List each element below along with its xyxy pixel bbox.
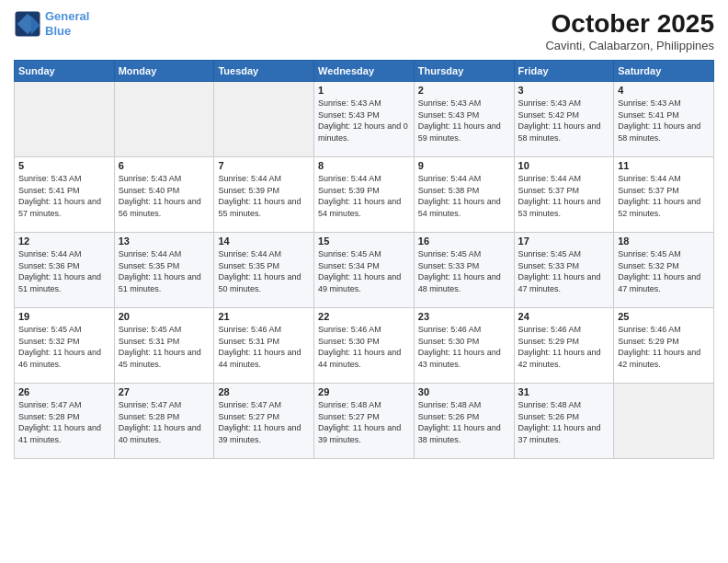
calendar-header: Sunday Monday Tuesday Wednesday Thursday…	[15, 61, 714, 82]
calendar-body: 1Sunrise: 5:43 AMSunset: 5:43 PMDaylight…	[15, 82, 714, 459]
calendar-cell: 2Sunrise: 5:43 AMSunset: 5:43 PMDaylight…	[414, 82, 514, 157]
cell-info: Sunrise: 5:44 AMSunset: 5:37 PMDaylight:…	[618, 173, 710, 219]
calendar-cell: 26Sunrise: 5:47 AMSunset: 5:28 PMDayligh…	[15, 384, 115, 459]
cell-info: Sunrise: 5:45 AMSunset: 5:33 PMDaylight:…	[518, 248, 610, 294]
calendar-cell: 11Sunrise: 5:44 AMSunset: 5:37 PMDayligh…	[614, 157, 714, 233]
day-number: 30	[418, 386, 510, 397]
month-title: October 2025	[545, 9, 714, 39]
calendar-cell: 28Sunrise: 5:47 AMSunset: 5:27 PMDayligh…	[214, 384, 314, 459]
day-number: 14	[218, 236, 310, 247]
calendar-cell: 6Sunrise: 5:43 AMSunset: 5:40 PMDaylight…	[114, 157, 214, 233]
header-row: Sunday Monday Tuesday Wednesday Thursday…	[15, 61, 714, 82]
cell-info: Sunrise: 5:46 AMSunset: 5:29 PMDaylight:…	[618, 324, 710, 370]
calendar-cell: 20Sunrise: 5:45 AMSunset: 5:31 PMDayligh…	[114, 308, 214, 384]
calendar-week-4: 26Sunrise: 5:47 AMSunset: 5:28 PMDayligh…	[15, 384, 714, 459]
header-thursday: Thursday	[414, 61, 514, 82]
day-number: 29	[318, 386, 410, 397]
calendar-cell: 24Sunrise: 5:46 AMSunset: 5:29 PMDayligh…	[514, 308, 614, 384]
calendar-cell: 18Sunrise: 5:45 AMSunset: 5:32 PMDayligh…	[614, 233, 714, 308]
header-sunday: Sunday	[15, 61, 115, 82]
calendar-cell: 1Sunrise: 5:43 AMSunset: 5:43 PMDaylight…	[314, 82, 415, 157]
calendar-cell: 31Sunrise: 5:48 AMSunset: 5:26 PMDayligh…	[514, 384, 614, 459]
calendar-cell: 16Sunrise: 5:45 AMSunset: 5:33 PMDayligh…	[414, 233, 514, 308]
day-number: 16	[418, 236, 510, 247]
day-number: 28	[218, 386, 310, 397]
day-number: 10	[518, 160, 610, 171]
day-number: 26	[18, 386, 110, 397]
day-number: 13	[119, 236, 210, 247]
cell-info: Sunrise: 5:43 AMSunset: 5:41 PMDaylight:…	[18, 173, 110, 219]
calendar-cell: 27Sunrise: 5:47 AMSunset: 5:28 PMDayligh…	[114, 384, 214, 459]
cell-info: Sunrise: 5:43 AMSunset: 5:42 PMDaylight:…	[518, 98, 610, 144]
day-number: 22	[318, 311, 410, 322]
logo-text: General Blue	[45, 9, 89, 38]
day-number: 6	[119, 160, 210, 171]
day-number: 18	[618, 236, 710, 247]
calendar-cell: 4Sunrise: 5:43 AMSunset: 5:41 PMDaylight…	[614, 82, 714, 157]
cell-info: Sunrise: 5:47 AMSunset: 5:28 PMDaylight:…	[119, 399, 210, 445]
calendar-week-2: 12Sunrise: 5:44 AMSunset: 5:36 PMDayligh…	[15, 233, 714, 308]
calendar-week-3: 19Sunrise: 5:45 AMSunset: 5:32 PMDayligh…	[15, 308, 714, 384]
logo: General Blue	[14, 9, 89, 38]
cell-info: Sunrise: 5:47 AMSunset: 5:28 PMDaylight:…	[18, 399, 110, 445]
header-saturday: Saturday	[614, 61, 714, 82]
calendar-cell: 29Sunrise: 5:48 AMSunset: 5:27 PMDayligh…	[314, 384, 415, 459]
calendar-cell	[15, 82, 115, 157]
calendar-cell: 10Sunrise: 5:44 AMSunset: 5:37 PMDayligh…	[514, 157, 614, 233]
cell-info: Sunrise: 5:43 AMSunset: 5:43 PMDaylight:…	[418, 98, 510, 144]
calendar-week-0: 1Sunrise: 5:43 AMSunset: 5:43 PMDaylight…	[15, 82, 714, 157]
cell-info: Sunrise: 5:44 AMSunset: 5:36 PMDaylight:…	[18, 248, 110, 294]
header-friday: Friday	[514, 61, 614, 82]
calendar-cell: 22Sunrise: 5:46 AMSunset: 5:30 PMDayligh…	[314, 308, 415, 384]
cell-info: Sunrise: 5:46 AMSunset: 5:29 PMDaylight:…	[518, 324, 610, 370]
cell-info: Sunrise: 5:48 AMSunset: 5:27 PMDaylight:…	[318, 399, 410, 445]
calendar-cell: 13Sunrise: 5:44 AMSunset: 5:35 PMDayligh…	[114, 233, 214, 308]
calendar-cell: 7Sunrise: 5:44 AMSunset: 5:39 PMDaylight…	[214, 157, 314, 233]
cell-info: Sunrise: 5:45 AMSunset: 5:31 PMDaylight:…	[119, 324, 210, 370]
day-number: 5	[18, 160, 110, 171]
day-number: 3	[518, 85, 610, 96]
day-number: 20	[119, 311, 210, 322]
header-tuesday: Tuesday	[214, 61, 314, 82]
calendar-cell	[114, 82, 214, 157]
cell-info: Sunrise: 5:44 AMSunset: 5:38 PMDaylight:…	[418, 173, 510, 219]
calendar-cell: 25Sunrise: 5:46 AMSunset: 5:29 PMDayligh…	[614, 308, 714, 384]
day-number: 23	[418, 311, 510, 322]
header-monday: Monday	[114, 61, 214, 82]
cell-info: Sunrise: 5:43 AMSunset: 5:40 PMDaylight:…	[119, 173, 210, 219]
day-number: 7	[218, 160, 310, 171]
cell-info: Sunrise: 5:45 AMSunset: 5:34 PMDaylight:…	[318, 248, 410, 294]
calendar-cell: 15Sunrise: 5:45 AMSunset: 5:34 PMDayligh…	[314, 233, 415, 308]
calendar-cell: 9Sunrise: 5:44 AMSunset: 5:38 PMDaylight…	[414, 157, 514, 233]
calendar-week-1: 5Sunrise: 5:43 AMSunset: 5:41 PMDaylight…	[15, 157, 714, 233]
day-number: 24	[518, 311, 610, 322]
cell-info: Sunrise: 5:48 AMSunset: 5:26 PMDaylight:…	[418, 399, 510, 445]
calendar-cell: 8Sunrise: 5:44 AMSunset: 5:39 PMDaylight…	[314, 157, 415, 233]
day-number: 8	[318, 160, 410, 171]
calendar-table: Sunday Monday Tuesday Wednesday Thursday…	[14, 60, 714, 459]
calendar-cell: 12Sunrise: 5:44 AMSunset: 5:36 PMDayligh…	[15, 233, 115, 308]
day-number: 19	[18, 311, 110, 322]
location: Cavinti, Calabarzon, Philippines	[545, 39, 714, 52]
day-number: 4	[618, 85, 710, 96]
day-number: 1	[318, 85, 410, 96]
calendar-cell: 3Sunrise: 5:43 AMSunset: 5:42 PMDaylight…	[514, 82, 614, 157]
calendar-cell: 23Sunrise: 5:46 AMSunset: 5:30 PMDayligh…	[414, 308, 514, 384]
logo-icon	[14, 10, 41, 38]
title-block: October 2025 Cavinti, Calabarzon, Philip…	[545, 9, 714, 52]
cell-info: Sunrise: 5:43 AMSunset: 5:43 PMDaylight:…	[318, 98, 410, 144]
day-number: 21	[218, 311, 310, 322]
calendar-cell: 30Sunrise: 5:48 AMSunset: 5:26 PMDayligh…	[414, 384, 514, 459]
cell-info: Sunrise: 5:48 AMSunset: 5:26 PMDaylight:…	[518, 399, 610, 445]
day-number: 9	[418, 160, 510, 171]
cell-info: Sunrise: 5:43 AMSunset: 5:41 PMDaylight:…	[618, 98, 710, 144]
cell-info: Sunrise: 5:44 AMSunset: 5:35 PMDaylight:…	[218, 248, 310, 294]
day-number: 2	[418, 85, 510, 96]
day-number: 31	[518, 386, 610, 397]
calendar-cell	[214, 82, 314, 157]
cell-info: Sunrise: 5:44 AMSunset: 5:39 PMDaylight:…	[318, 173, 410, 219]
cell-info: Sunrise: 5:44 AMSunset: 5:39 PMDaylight:…	[218, 173, 310, 219]
cell-info: Sunrise: 5:44 AMSunset: 5:35 PMDaylight:…	[119, 248, 210, 294]
cell-info: Sunrise: 5:46 AMSunset: 5:30 PMDaylight:…	[418, 324, 510, 370]
calendar-cell: 21Sunrise: 5:46 AMSunset: 5:31 PMDayligh…	[214, 308, 314, 384]
